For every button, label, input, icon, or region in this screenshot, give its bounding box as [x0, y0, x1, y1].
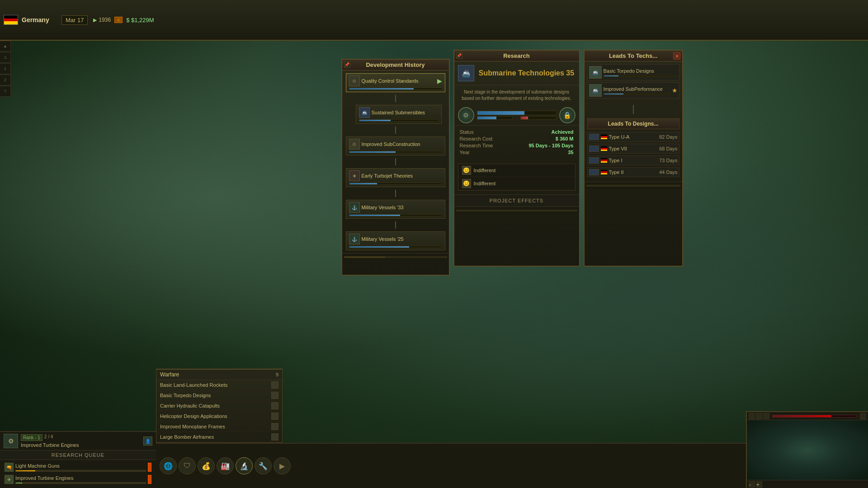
stat-row-year: Year 35 — [460, 150, 574, 155]
dev-progress-4 — [349, 183, 442, 185]
research-pin-button[interactable]: 📌 — [456, 52, 462, 59]
dev-item-military-25[interactable]: ⚓ Military Vessels '25 — [346, 231, 445, 250]
panels-container: 📌 Development History Quality Control St… — [156, 45, 868, 443]
research-stats: Status Achieved Research Cost $ 360 M Re… — [454, 125, 579, 160]
leads-scrollbar[interactable] — [585, 182, 682, 189]
queue-item-cancel-2[interactable] — [148, 475, 151, 484]
top-bar: Germany Mar 17 ▶ 1936 ⚠ $ $1,229M — [0, 0, 868, 41]
project-effects-bar: PROJECT EFFECTS — [454, 194, 579, 206]
dev-item-icon-5: ⚓ — [349, 202, 360, 213]
tech-name: Submarine Technologies 35 — [478, 69, 576, 77]
connector-1 — [342, 95, 449, 102]
current-research-row: ⚙ Rank - 1 2 / 4 Improved Turbine Engine… — [0, 432, 156, 450]
tech-description: Next stage in the development of submari… — [454, 85, 579, 105]
dev-item-icon-1 — [349, 75, 360, 86]
connector-3 — [342, 158, 449, 165]
leads-panel: ✕ Leads To Techs... 🚢 Basic Torpedo Desi… — [584, 50, 683, 267]
research-main-progress — [477, 111, 557, 115]
leads-design-type-i[interactable]: Type I 73 Days — [587, 155, 679, 165]
dev-item-icon-3 — [349, 139, 360, 150]
leads-designs-title: Leads To Designs... — [587, 118, 679, 129]
nav-play-btn[interactable]: ▶ — [274, 457, 291, 474]
queue-item-icon-1: 🔫 — [5, 463, 14, 472]
leads-design-type-ua[interactable]: Type U-A 82 Days — [587, 132, 679, 142]
leads-tech-improved-sub[interactable]: 🚢 Improved SubPerformance ★ — [587, 82, 679, 99]
leads-tech-icon-2: 🚢 — [589, 84, 602, 97]
nav-money-btn[interactable]: 💰 — [198, 457, 215, 474]
minimap-zoom-out[interactable]: - — [749, 481, 755, 488]
minimap-bottom-toolbar: - + — [747, 480, 868, 488]
sidebar-nav-btn-1[interactable]: ▲ — [0, 41, 11, 52]
dev-progress-6 — [349, 246, 442, 248]
country-flag — [4, 15, 18, 25]
leads-tech-basic-torpedo[interactable]: 🚢 Basic Torpedo Designs — [587, 64, 679, 80]
queue-item-improved-turbine[interactable]: ✈ Improved Turbine Engines — [4, 474, 152, 485]
sidebar-nav-btn-2[interactable]: ⚠ — [0, 52, 11, 63]
left-bottom-panel: ⚙ Rank - 1 2 / 4 Improved Turbine Engine… — [0, 431, 156, 488]
dev-progress-2 — [359, 119, 439, 122]
nav-flask-btn[interactable]: 🔬 — [236, 457, 253, 474]
bottom-nav-bar: 🌐 🛡 💰 🏭 🔬 🔧 ▶ — [156, 443, 746, 488]
leads-design-icon-3 — [589, 157, 599, 164]
dev-scrollbar[interactable] — [342, 253, 449, 260]
queue-items-list: 🔫 Light Machine Guns ✈ Improved Turbine … — [0, 460, 156, 488]
leads-tech-icon-1: 🚢 — [589, 66, 602, 79]
research-effects: 😐 Indifferent 😐 Indifferent — [458, 164, 576, 191]
leads-design-icon-2 — [589, 145, 599, 152]
nav-factory-btn[interactable]: 🏭 — [217, 457, 234, 474]
leads-designs-section: Leads To Designs... Type U-A 82 Days Typ… — [585, 116, 682, 182]
tech-header-row: 🚢 Submarine Technologies 35 — [454, 61, 579, 85]
money-display: $ $1,229M — [126, 17, 154, 23]
circle-icon-2: 🔒 — [559, 107, 576, 123]
nav-shield-btn[interactable]: 🛡 — [179, 457, 196, 474]
sidebar-nav-btn-4[interactable]: 2 — [0, 75, 11, 85]
research-panel-header: Research — [454, 51, 579, 61]
pin-button[interactable]: 📌 — [344, 61, 350, 68]
effects-icon-2: 😐 — [462, 179, 471, 188]
dev-item-improved-sub[interactable]: Improved SubConstruction — [346, 136, 445, 155]
tech-large-icon: 🚢 — [458, 65, 474, 81]
dev-item-icon-6: ⚓ — [349, 234, 360, 244]
queue-item-light-machine-guns[interactable]: 🔫 Light Machine Guns — [4, 462, 152, 473]
dev-item-military-33[interactable]: ⚓ Military Vessels '33 — [346, 200, 445, 219]
bottom-nav-icons: 🌐 🛡 💰 🏭 🔬 🔧 ▶ — [156, 454, 294, 478]
leads-panel-header: Leads To Techs... — [585, 51, 682, 61]
leads-techs-section: 🚢 Basic Torpedo Designs 🚢 Improved SubPe… — [585, 61, 682, 103]
dev-item-icon-4: ✈ — [349, 170, 360, 181]
research-panel: 📌 Research 🚢 Submarine Technologies 35 N… — [453, 50, 580, 267]
leads-design-icon-1 — [589, 134, 599, 140]
dev-item-sustained[interactable]: Sustained Submersibles — [356, 105, 442, 124]
current-research-portrait: 👤 — [143, 436, 152, 446]
leads-design-flag-3 — [601, 158, 607, 163]
dev-item-icon-2 — [359, 107, 370, 118]
leads-design-icon-4 — [589, 169, 599, 175]
queue-item-cancel-1[interactable] — [148, 463, 151, 472]
dev-item-quality-control[interactable]: Quality Control Standards ▶ — [346, 73, 445, 92]
leads-design-type-ii[interactable]: Type II 44 Days — [587, 167, 679, 177]
research-scrollbar[interactable] — [454, 206, 579, 214]
nav-globe-btn[interactable]: 🌐 — [160, 457, 177, 474]
circle-icon-1: ⚙ — [458, 107, 474, 123]
game-date[interactable]: Mar 17 — [61, 15, 88, 25]
effects-row-1: 😐 Indifferent — [458, 164, 575, 177]
nav-wrench-btn[interactable]: 🔧 — [255, 457, 272, 474]
sidebar-nav-btn-5[interactable]: ? — [0, 86, 11, 97]
dev-history-header: Development History — [342, 60, 449, 70]
connector-2 — [342, 127, 449, 134]
close-button[interactable]: ✕ — [673, 52, 680, 60]
research-progress-row: ⚙ 🔒 — [454, 105, 579, 125]
dev-item-turbojet[interactable]: ✈ Early Turbojet Theories — [346, 168, 445, 187]
effects-icon-1: 😐 — [462, 166, 471, 175]
warning-badge[interactable]: ⚠ — [114, 17, 123, 23]
queue-bar-2 — [15, 482, 146, 484]
minimap-zoom-in[interactable]: + — [756, 481, 762, 488]
sidebar-nav-btn-3[interactable]: 1 — [0, 63, 11, 74]
connector-5 — [342, 221, 449, 229]
queue-item-icon-2: ✈ — [5, 475, 14, 484]
dev-progress-1 — [349, 88, 442, 90]
stat-row-status: Status Achieved — [460, 129, 574, 135]
leads-connector — [633, 105, 634, 114]
leads-design-flag-1 — [601, 135, 607, 139]
leads-design-type-vii[interactable]: Type VII 68 Days — [587, 144, 679, 154]
current-research-icon: ⚙ — [4, 434, 18, 448]
